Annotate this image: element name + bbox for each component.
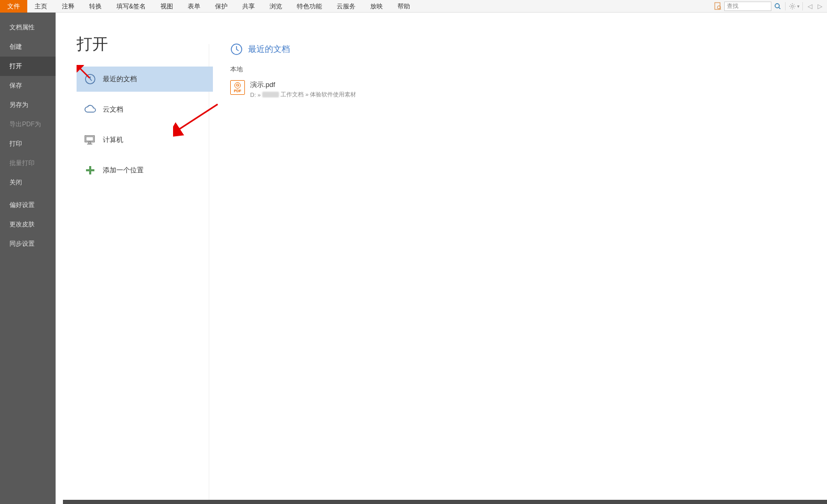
location-computer-label: 计算机 <box>103 135 123 145</box>
locations-column: 打开 最近的文档 云文档 <box>56 13 213 504</box>
sidebar-item-save[interactable]: 保存 <box>0 76 56 95</box>
pdf-file-icon: G PDF <box>230 80 245 95</box>
svg-point-5 <box>791 5 793 7</box>
menu-protect[interactable]: 保护 <box>208 0 235 13</box>
nav-next-icon[interactable]: ▷ <box>815 2 824 11</box>
svg-point-3 <box>775 4 779 8</box>
recent-column: 最近的文档 本地 G PDF 演示.pdf D: » 工作文档 » 体验软件使用… <box>209 44 827 504</box>
location-computer[interactable]: 计算机 <box>77 127 213 152</box>
page-title: 打开 <box>77 34 213 55</box>
menu-help[interactable]: 帮助 <box>390 0 417 13</box>
sidebar-item-create[interactable]: 创建 <box>0 37 56 57</box>
recent-file-path: D: » 工作文档 » 体验软件使用素材 <box>250 91 356 98</box>
clock-icon <box>84 73 96 85</box>
gear-icon[interactable] <box>788 2 797 11</box>
sidebar-item-sync[interactable]: 同步设置 <box>0 234 56 254</box>
sidebar-item-close[interactable]: 关闭 <box>0 173 56 192</box>
menu-home[interactable]: 主页 <box>27 0 55 13</box>
bottom-strip <box>63 500 827 504</box>
location-recent-label: 最近的文档 <box>103 74 137 84</box>
clock-icon <box>230 43 243 56</box>
location-add-label: 添加一个位置 <box>103 166 144 175</box>
recent-header-text: 最近的文档 <box>248 44 290 55</box>
recent-section-label: 本地 <box>230 65 827 74</box>
sidebar-item-export[interactable]: 导出PDF为 <box>0 115 56 134</box>
svg-line-4 <box>779 7 780 9</box>
menu-file[interactable]: 文件 <box>0 0 27 13</box>
svg-rect-9 <box>89 142 91 144</box>
search-input[interactable]: 查找 <box>724 2 771 11</box>
menu-fillsign[interactable]: 填写&签名 <box>109 0 153 13</box>
sidebar-item-open[interactable]: 打开 <box>0 57 56 76</box>
menu-features[interactable]: 特色功能 <box>289 0 329 13</box>
sidebar-item-batchprint[interactable]: 批量打印 <box>0 154 56 173</box>
sidebar-item-skin[interactable]: 更改皮肤 <box>0 215 56 234</box>
menu-view[interactable]: 视图 <box>153 0 180 13</box>
plus-icon <box>84 164 96 177</box>
blurred-text <box>262 92 279 97</box>
menu-annotate[interactable]: 注释 <box>55 0 82 13</box>
recent-file-row[interactable]: G PDF 演示.pdf D: » 工作文档 » 体验软件使用素材 <box>230 78 827 101</box>
recent-file-name: 演示.pdf <box>250 80 356 90</box>
menu-cloud[interactable]: 云服务 <box>329 0 363 13</box>
top-menu-bar: 文件 主页 注释 转换 填写&签名 视图 表单 保护 共享 浏览 特色功能 云服… <box>0 0 827 13</box>
gear-dropdown-icon[interactable]: ▾ <box>797 4 800 9</box>
location-cloud[interactable]: 云文档 <box>77 97 213 122</box>
cloud-icon <box>84 103 96 116</box>
menu-convert[interactable]: 转换 <box>82 0 109 13</box>
file-sidebar: 文档属性 创建 打开 保存 另存为 导出PDF为 打印 批量打印 关闭 偏好设置… <box>0 13 56 504</box>
top-right-tools: 查找 ▾ ◁ ▷ <box>713 0 827 12</box>
sidebar-item-preferences[interactable]: 偏好设置 <box>0 195 56 215</box>
menu-share[interactable]: 共享 <box>235 0 262 13</box>
menu-slideshow[interactable]: 放映 <box>363 0 390 13</box>
content-area: 打开 最近的文档 云文档 <box>56 13 827 504</box>
menu-form[interactable]: 表单 <box>180 0 208 13</box>
location-cloud-label: 云文档 <box>103 105 123 114</box>
sidebar-item-print[interactable]: 打印 <box>0 134 56 154</box>
sidebar-item-properties[interactable]: 文档属性 <box>0 18 56 37</box>
find-page-icon[interactable] <box>713 2 723 11</box>
search-icon[interactable] <box>773 2 782 11</box>
location-add[interactable]: 添加一个位置 <box>77 158 213 183</box>
computer-icon <box>84 134 96 146</box>
nav-prev-icon[interactable]: ◁ <box>805 2 814 11</box>
svg-rect-8 <box>86 137 93 141</box>
menu-browse[interactable]: 浏览 <box>262 0 289 13</box>
sidebar-item-saveas[interactable]: 另存为 <box>0 95 56 115</box>
location-recent[interactable]: 最近的文档 <box>77 67 213 92</box>
recent-header: 最近的文档 <box>230 43 827 56</box>
